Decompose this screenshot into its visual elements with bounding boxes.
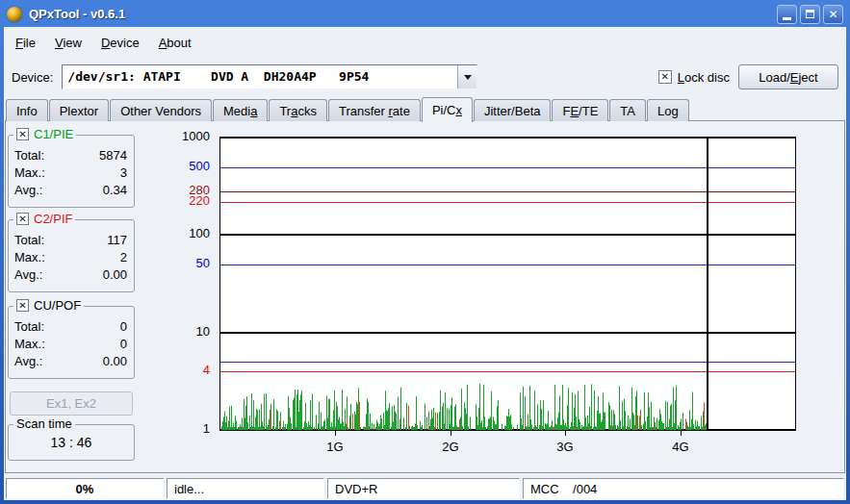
tab-ta[interactable]: TA bbox=[609, 99, 646, 121]
maximize-button[interactable] bbox=[800, 5, 820, 24]
cupof-avg-row: Avg.: 0.00 bbox=[9, 353, 134, 370]
stat-label: Avg.: bbox=[14, 354, 42, 369]
window-title: QPxTool - v0.6.1 bbox=[29, 7, 770, 21]
x-tick-label: 4G bbox=[661, 440, 700, 454]
c1pie-checkbox[interactable]: ✕ bbox=[16, 128, 29, 140]
tab-plextor[interactable]: Plextor bbox=[49, 99, 109, 121]
stat-label: Total: bbox=[14, 148, 44, 164]
lock-disc-label: Lock disc bbox=[678, 70, 730, 85]
y-axis-labels: 1000500280220100501041 bbox=[141, 137, 214, 437]
app-icon bbox=[7, 7, 22, 22]
check-x-icon: ✕ bbox=[18, 301, 26, 311]
app-window: QPxTool - v0.6.1 ✕ FileViewDeviceAbout D… bbox=[0, 0, 850, 504]
device-toolbar: Device: /dev/sr1: ATAPI DVD A DH20A4P 9P… bbox=[6, 63, 844, 90]
stat-label: Avg.: bbox=[14, 267, 42, 283]
menu-view[interactable]: View bbox=[45, 31, 91, 56]
scan-time-title: Scan time bbox=[16, 416, 72, 431]
error-chart-canvas bbox=[219, 137, 796, 437]
tab-bar: InfoPlextorOther VendorsMediaTracksTrans… bbox=[6, 98, 690, 121]
c2pif-checkbox[interactable]: ✕ bbox=[16, 213, 29, 225]
group-c1pie: ✕ C1/PIE Total: 5874 Max.: 3 Avg.: 0.34 bbox=[8, 135, 135, 208]
c2pif-avg-row: Avg.: 0.00 bbox=[9, 266, 134, 284]
group-cupof: ✕ CU/POF Total: 0 Max.: 0 Avg.: 0.00 bbox=[8, 306, 135, 379]
status-bar: 0% idle... DVD+R MCC /004 bbox=[4, 477, 846, 500]
tab-log[interactable]: Log bbox=[647, 99, 689, 121]
titlebar[interactable]: QPxTool - v0.6.1 ✕ bbox=[2, 2, 848, 26]
cupof-checkbox[interactable]: ✕ bbox=[16, 299, 29, 312]
c2pif-max-row: Max.: 2 bbox=[9, 249, 134, 266]
group-cupof-title: CU/POF bbox=[34, 298, 81, 313]
close-icon: ✕ bbox=[828, 9, 837, 20]
tab-other-vendors[interactable]: Other Vendors bbox=[110, 99, 212, 121]
stat-value: 0.00 bbox=[103, 354, 127, 369]
status-state: idle... bbox=[167, 478, 324, 499]
status-media-type: DVD+R bbox=[327, 478, 520, 499]
group-scan-time: Scan time 13 : 46 bbox=[8, 424, 135, 461]
menu-device[interactable]: Device bbox=[91, 31, 149, 56]
stat-value: 117 bbox=[107, 233, 127, 248]
chevron-down-icon bbox=[464, 75, 472, 80]
x-axis-labels: 1G2G3G4G bbox=[219, 440, 796, 455]
y-tick-label: 1000 bbox=[182, 129, 210, 144]
c1pie-total-row: Total: 5874 bbox=[9, 147, 134, 164]
x-tick-label: 3G bbox=[546, 440, 584, 454]
stat-label: Total: bbox=[14, 233, 44, 248]
group-c1pie-title: C1/PIE bbox=[34, 127, 73, 141]
tab-info[interactable]: Info bbox=[6, 99, 48, 121]
stat-value: 0.00 bbox=[103, 267, 127, 283]
y-tick-label: 1 bbox=[203, 421, 210, 437]
menu-file[interactable]: File bbox=[6, 31, 45, 56]
check-x-icon: ✕ bbox=[661, 72, 669, 82]
stat-value: 0 bbox=[120, 337, 127, 352]
group-scan-time-legend: Scan time bbox=[13, 416, 75, 431]
stat-label: Total: bbox=[14, 319, 44, 335]
stat-value: 3 bbox=[120, 165, 127, 181]
stat-value: 2 bbox=[120, 250, 127, 265]
tab-transfer-rate[interactable]: Transfer rate bbox=[328, 99, 421, 121]
minimize-button[interactable] bbox=[777, 5, 797, 24]
group-cupof-legend: ✕ CU/POF bbox=[13, 298, 84, 313]
device-combobox[interactable]: /dev/sr1: ATAPI DVD A DH20A4P 9P54 bbox=[62, 64, 477, 89]
load-eject-button[interactable]: Load/Eject bbox=[738, 64, 838, 89]
stat-value: 5874 bbox=[99, 148, 127, 164]
stat-label: Avg.: bbox=[14, 183, 42, 198]
stat-label: Max.: bbox=[14, 250, 45, 265]
progress-bar: 0% bbox=[6, 478, 164, 499]
menubar: FileViewDeviceAbout bbox=[6, 31, 844, 56]
group-c2pif: ✕ C2/PIF Total: 117 Max.: 2 Avg.: 0.00 bbox=[8, 219, 135, 292]
checkbox-box[interactable]: ✕ bbox=[658, 70, 672, 84]
window-controls: ✕ bbox=[777, 5, 843, 24]
x-tick-label: 2G bbox=[431, 440, 470, 454]
minimize-icon bbox=[783, 17, 791, 20]
y-tick-label: 500 bbox=[189, 159, 210, 174]
check-x-icon: ✕ bbox=[18, 130, 26, 139]
tab-tracks[interactable]: Tracks bbox=[269, 99, 327, 121]
device-label: Device: bbox=[12, 70, 53, 85]
y-tick-label: 50 bbox=[196, 256, 210, 271]
y-tick-label: 100 bbox=[189, 226, 210, 241]
lock-disc-checkbox[interactable]: ✕ Lock disc bbox=[658, 70, 730, 85]
stat-value: 0.34 bbox=[103, 183, 127, 198]
c1pie-max-row: Max.: 3 bbox=[9, 164, 134, 182]
c1pie-avg-row: Avg.: 0.34 bbox=[9, 182, 134, 199]
c2pif-total-row: Total: 117 bbox=[9, 232, 134, 249]
tab-fe-te[interactable]: FE/TE bbox=[552, 99, 608, 121]
check-x-icon: ✕ bbox=[18, 214, 26, 224]
scan-time-value: 13 : 46 bbox=[9, 435, 134, 450]
combobox-dropdown-button[interactable] bbox=[457, 65, 477, 88]
x-tick-label: 1G bbox=[316, 440, 354, 454]
maximize-icon bbox=[806, 10, 814, 18]
device-combobox-value: /dev/sr1: ATAPI DVD A DH20A4P 9P54 bbox=[63, 65, 457, 88]
status-media-code: MCC /004 bbox=[523, 478, 844, 499]
menu-about[interactable]: About bbox=[149, 31, 201, 56]
tab-pi-cx[interactable]: Pi/Cx bbox=[422, 97, 473, 122]
y-tick-label: 220 bbox=[189, 193, 210, 209]
stat-label: Max.: bbox=[14, 337, 45, 352]
group-c2pif-legend: ✕ C2/PIF bbox=[13, 212, 75, 226]
group-c2pif-title: C2/PIF bbox=[34, 212, 72, 226]
close-button[interactable]: ✕ bbox=[823, 5, 843, 24]
ex1-ex2-button[interactable]: Ex1, Ex2 bbox=[10, 391, 133, 416]
tab-media[interactable]: Media bbox=[213, 99, 268, 121]
tab-jitter-beta[interactable]: Jitter/Beta bbox=[474, 99, 552, 121]
y-tick-label: 4 bbox=[203, 363, 210, 378]
